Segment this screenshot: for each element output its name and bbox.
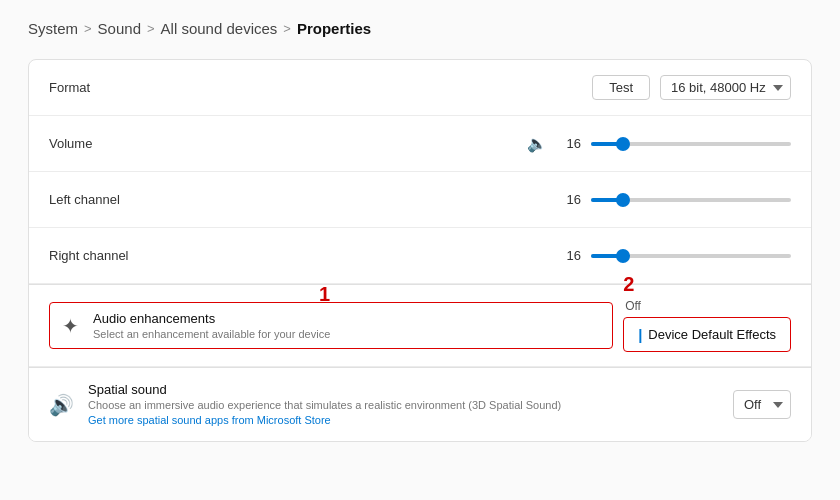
right-channel-slider-track[interactable] — [591, 254, 791, 258]
format-label: Format — [49, 80, 229, 95]
left-channel-slider-track[interactable] — [591, 198, 791, 202]
format-row: Format Test 16 bit, 48000 Hz — [29, 60, 811, 116]
right-channel-number: 16 — [561, 248, 581, 263]
device-default-effects-label: Device Default Effects — [648, 327, 776, 342]
badge-1: 1 — [319, 283, 330, 306]
audio-enhancements-left: ✦ Audio enhancements Select an enhanceme… — [49, 302, 613, 349]
settings-panel: Format Test 16 bit, 48000 Hz Volume 🔈 16 — [28, 59, 812, 442]
left-channel-slider-container[interactable] — [591, 198, 791, 202]
spatial-sound-row: 🔊 Spatial sound Choose an immersive audi… — [29, 368, 811, 441]
audio-enhancements-right: 2 Off | Device Default Effects — [623, 299, 791, 352]
breadcrumb-sep-1: > — [84, 21, 92, 36]
audio-enhancements-subtitle: Select an enhancement available for your… — [93, 328, 330, 340]
left-channel-label: Left channel — [49, 192, 229, 207]
volume-number: 16 — [561, 136, 581, 151]
audio-enhancements-title: Audio enhancements — [93, 311, 330, 326]
spatial-sound-icon: 🔊 — [49, 393, 74, 417]
right-channel-slider-thumb[interactable] — [616, 249, 630, 263]
breadcrumb-system[interactable]: System — [28, 20, 78, 37]
left-channel-control: 16 — [229, 192, 791, 207]
left-channel-number: 16 — [561, 192, 581, 207]
spatial-sound-title: Spatial sound — [88, 382, 561, 397]
breadcrumb-current: Properties — [297, 20, 371, 37]
right-channel-slider-container[interactable] — [591, 254, 791, 258]
spatial-sound-subtitle: Choose an immersive audio experience tha… — [88, 399, 561, 411]
volume-label: Volume — [49, 136, 229, 151]
audio-enhancements-off-label: Off — [623, 299, 791, 313]
format-select[interactable]: 16 bit, 48000 Hz — [660, 75, 791, 100]
volume-icon: 🔈 — [527, 134, 547, 153]
badge-2: 2 — [623, 273, 634, 296]
left-channel-row: Left channel 16 — [29, 172, 811, 228]
pipe-icon: | — [638, 326, 642, 343]
breadcrumb-all-devices[interactable]: All sound devices — [161, 20, 278, 37]
right-channel-row: Right channel 16 — [29, 228, 811, 284]
audio-enhancements-row: 1 ✦ Audio enhancements Select an enhance… — [29, 285, 811, 367]
left-channel-slider-thumb[interactable] — [616, 193, 630, 207]
volume-slider-container[interactable] — [591, 142, 791, 146]
audio-enhancements-text: Audio enhancements Select an enhancement… — [93, 311, 330, 340]
spatial-sound-select[interactable]: Off — [733, 390, 791, 419]
right-channel-control: 16 — [229, 248, 791, 263]
device-default-effects-button[interactable]: | Device Default Effects — [623, 317, 791, 352]
volume-control: 🔈 16 — [229, 134, 791, 153]
right-channel-label: Right channel — [49, 248, 229, 263]
spatial-sound-link[interactable]: Get more spatial sound apps from Microso… — [88, 414, 331, 426]
format-control: Test 16 bit, 48000 Hz — [229, 75, 791, 100]
test-button[interactable]: Test — [592, 75, 650, 100]
volume-slider-thumb[interactable] — [616, 137, 630, 151]
breadcrumb: System > Sound > All sound devices > Pro… — [28, 20, 812, 37]
volume-slider-track[interactable] — [591, 142, 791, 146]
breadcrumb-sep-3: > — [283, 21, 291, 36]
main-container: System > Sound > All sound devices > Pro… — [0, 0, 840, 500]
spatial-sound-right: Off — [733, 390, 791, 419]
spatial-sound-left: 🔊 Spatial sound Choose an immersive audi… — [49, 382, 733, 427]
breadcrumb-sound[interactable]: Sound — [98, 20, 141, 37]
enhancements-section: 1 ✦ Audio enhancements Select an enhance… — [29, 284, 811, 368]
spatial-sound-text: Spatial sound Choose an immersive audio … — [88, 382, 561, 427]
volume-row: Volume 🔈 16 — [29, 116, 811, 172]
audio-enhancements-icon: ✦ — [62, 314, 79, 338]
breadcrumb-sep-2: > — [147, 21, 155, 36]
